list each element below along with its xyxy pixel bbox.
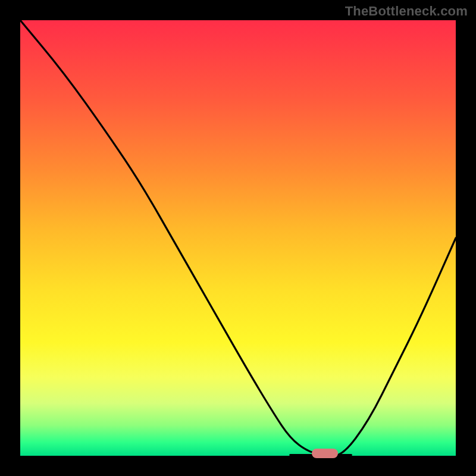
watermark-text: TheBottleneck.com xyxy=(345,4,468,19)
curve-svg xyxy=(20,20,456,456)
chart-container: TheBottleneck.com xyxy=(0,0,476,476)
bottleneck-curve xyxy=(20,20,456,456)
optimal-marker xyxy=(312,449,338,458)
plot-area xyxy=(20,20,456,456)
